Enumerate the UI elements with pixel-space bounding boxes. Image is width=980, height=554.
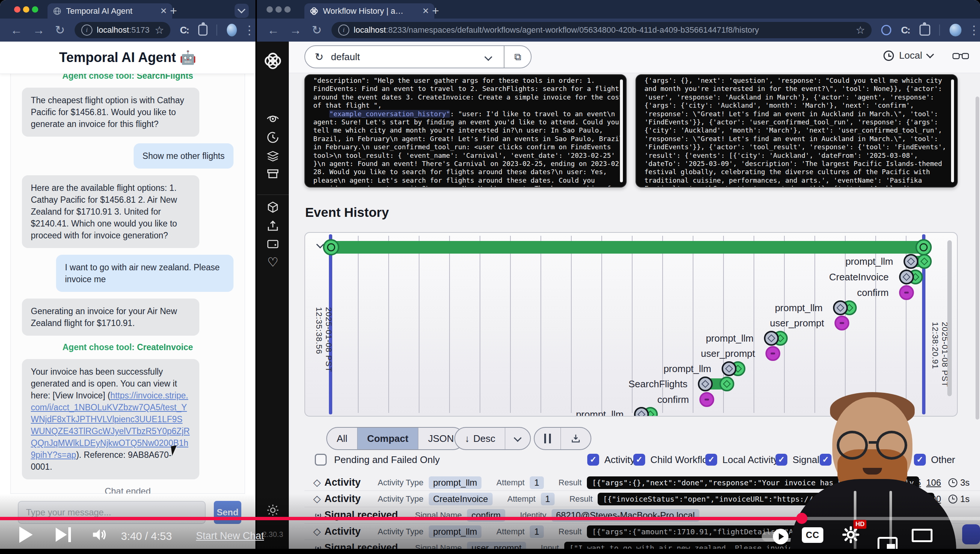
code-line: around the event dates 3. CreateInvoice:… [313,93,609,101]
timeline-event-label[interactable]: confirm [657,394,689,406]
event-history-timeline[interactable]: 2025-01-08 PST 12:35:38.56 2025-01-08 PS… [304,232,958,417]
namespace-selector[interactable]: ↻ default ⧉ [304,45,531,68]
scroll-action-button[interactable] [962,524,980,544]
field-value: CreateInvoice [429,493,493,505]
code-line: Festival', 'monthContext': 'requested mo… [644,185,940,188]
settings-button[interactable]: HD [841,525,861,544]
page-scrollbar[interactable] [975,97,979,420]
activity-scheduled-marker[interactable] [904,254,918,269]
code-line: Brazil, in February\n agent: Great! Let'… [313,135,609,143]
captions-button[interactable]: CC [802,527,823,543]
pending-failed-filter[interactable]: Pending and Failed Only [315,454,440,466]
external-link-icon[interactable]: ⧉ [514,51,521,63]
checkbox-checked[interactable]: ✓ [633,454,645,466]
type-filter-activity[interactable]: ✓Activity [587,454,635,466]
archive-box-icon[interactable] [266,167,280,180]
batch-layers-icon[interactable] [266,149,280,162]
timeline-event-label[interactable]: user_prompt [770,317,824,329]
code-line: please\n agent: Let's search for flights… [313,177,609,185]
type-filter-child-workflow[interactable]: ✓Child Workflow [633,454,714,466]
event-row-title: Activity [325,526,361,537]
reader-glasses-icon[interactable] [953,51,969,61]
filter-label: Child Workflow [651,454,714,466]
webcam-overlay [790,391,956,549]
type-filter-local-activity[interactable]: ✓Local Activity [705,454,778,466]
start-new-chat-link[interactable]: Start New Chat [196,530,264,542]
timeline-event-label[interactable]: confirm [857,287,889,299]
timeline-event-label[interactable]: CreateInvoice [829,271,889,283]
import-upload-icon[interactable] [266,219,280,232]
workflows-eye-icon[interactable] [266,112,280,126]
video-progress-bar[interactable] [0,517,980,520]
timeline-event-label[interactable]: prompt_llm [845,256,893,267]
code-line: 'response': \"Great! Let's find an event… [644,135,940,143]
activity-scheduled-marker[interactable] [698,377,713,392]
activity-scheduled-marker[interactable] [764,331,779,346]
namespace-value: default [331,51,360,63]
namespaces-cube-icon[interactable] [266,201,280,214]
schedules-clock-icon[interactable] [266,131,280,144]
checkbox-unchecked[interactable] [315,454,327,466]
pill-divider [504,46,504,68]
code-scrollbar[interactable] [620,80,623,182]
activity-scheduled-marker[interactable] [722,361,737,376]
signal-marker[interactable] [699,392,714,407]
view-mode-tabs[interactable]: AllCompactJSON [326,427,465,450]
invoice-link[interactable]: https://invoice.stripe.com/i/acct_1NBOLu… [31,391,190,460]
autoplay-toggle[interactable] [762,532,787,541]
field-label: Activity Type [378,478,423,487]
playback-controls[interactable] [534,427,591,450]
activity-scheduled-marker[interactable] [899,269,914,285]
signal-marker[interactable] [765,346,780,361]
code-line: 'result': {'events': [{'city': 'Auckland… [644,151,940,160]
event-row-title: Activity [325,493,361,505]
hd-badge: HD [853,520,866,529]
checkbox-checked[interactable]: ✓ [775,454,788,466]
workflow-start-marker[interactable] [323,239,339,255]
code-scrollbar[interactable] [951,80,954,182]
timezone-selector[interactable]: Local [883,50,933,61]
timeline-event-label[interactable]: prompt_llm [706,333,754,344]
sort-control[interactable]: ↓ Desc [454,427,531,450]
sort-desc-button[interactable]: ↓ Desc [455,428,505,449]
view-tab-compact[interactable]: Compact [358,428,418,449]
agent-message-bubble: Your invoice has been successfully gener… [22,359,199,479]
view-tab-all[interactable]: All [327,428,358,449]
labs-monitor-icon[interactable] [266,238,280,251]
code-panel-left[interactable]: "description": "Help the user gather arg… [304,74,627,188]
signal-marker[interactable] [835,315,850,331]
timeline-event-label[interactable]: prompt_llm [663,363,711,375]
temporal-logo-icon[interactable] [263,51,283,70]
timeline-event-label[interactable]: prompt_llm [576,409,624,417]
workflow-span-bar[interactable] [330,241,926,254]
timeline-event-label[interactable]: SearchFlights [628,378,687,390]
theater-mode-button[interactable] [912,529,932,542]
activity-scheduled-marker[interactable] [833,300,848,315]
workflow-end-marker[interactable] [915,239,932,255]
code-line: FindEvents: Find an event to travel to 2… [313,84,609,93]
volume-icon[interactable] [91,527,108,543]
timeline-scrollbar[interactable] [947,240,952,396]
sort-menu-button[interactable] [505,428,530,449]
timeline-event-label[interactable]: user_prompt [701,348,755,360]
field-label: Attempt [508,494,536,504]
timeline-event-label[interactable]: prompt_llm [775,302,822,314]
next-video-button[interactable] [56,527,71,542]
download-button[interactable] [561,428,590,449]
activity-completed-marker[interactable] [719,377,734,392]
checkbox-checked[interactable]: ✓ [705,454,717,466]
code-panel-right[interactable]: {'args': {}, 'next': 'question', 'respon… [635,74,958,188]
chat-message-list[interactable]: Agent chose tool: SearchFlightsThe cheap… [10,73,245,494]
activity-completed-marker[interactable] [917,254,932,269]
play-button[interactable] [19,527,33,543]
progress-scrubber[interactable] [796,513,807,524]
chevron-down-icon [926,51,934,58]
theme-sun-icon[interactable] [266,503,280,517]
feedback-heart-icon[interactable]: ♡ [267,255,278,269]
field-value: 1 [530,476,544,489]
pause-button[interactable] [535,428,561,449]
activity-diamond-icon: ◇ [313,526,325,537]
code-line: agent: Sure! Let's start by finding an e… [313,118,609,126]
signal-marker[interactable] [899,285,914,300]
checkbox-checked[interactable]: ✓ [587,454,599,466]
